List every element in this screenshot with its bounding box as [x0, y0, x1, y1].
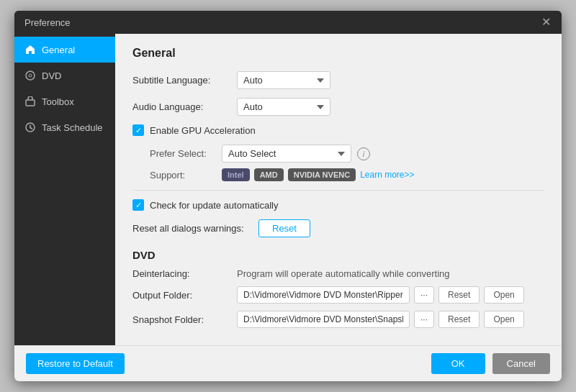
sidebar-label-task-schedule: Task Schedule — [42, 122, 103, 133]
output-folder-open-button[interactable]: Open — [484, 286, 523, 304]
gpu-checkbox-label: Enable GPU Acceleration — [150, 125, 256, 136]
home-icon — [24, 44, 36, 55]
amd-badge: AMD — [254, 168, 284, 181]
snapshot-folder-open-button[interactable]: Open — [484, 311, 523, 328]
sidebar-label-dvd: DVD — [42, 70, 61, 81]
support-badges: Intel AMD NVIDIA NVENC Learn more>> — [222, 168, 415, 181]
checkmark-icon-2: ✓ — [135, 201, 142, 209]
output-folder-reset-button[interactable]: Reset — [438, 286, 480, 304]
deinterlacing-value: Program will operate automatically while… — [237, 268, 450, 279]
info-icon[interactable]: i — [357, 147, 370, 160]
restore-default-button[interactable]: Restore to Default — [26, 353, 125, 374]
support-row: Support: Intel AMD NVIDIA NVENC Learn mo… — [150, 168, 544, 181]
gpu-checkbox-row: ✓ Enable GPU Acceleration — [132, 124, 544, 136]
main-panel: General Subtitle Language: Auto Audio La… — [115, 34, 562, 345]
gpu-checkbox[interactable]: ✓ — [132, 124, 144, 136]
svg-rect-2 — [26, 100, 35, 106]
sidebar: General DVD Toolbox — [14, 34, 115, 345]
snapshot-folder-input[interactable] — [237, 311, 410, 328]
sidebar-item-task-schedule[interactable]: Task Schedule — [14, 114, 115, 140]
general-section-title: General — [132, 47, 544, 60]
snapshot-folder-controls: ··· Reset Open — [237, 311, 524, 328]
sidebar-item-general[interactable]: General — [14, 37, 115, 63]
prefer-select-row: Prefer Select: Auto Select i — [150, 145, 544, 163]
output-folder-controls: ··· Reset Open — [237, 286, 524, 304]
audio-language-select[interactable]: Auto — [237, 98, 330, 116]
subtitle-language-label: Subtitle Language: — [132, 75, 237, 86]
content-area: General DVD Toolbox — [14, 34, 562, 345]
prefer-select-dropdown[interactable]: Auto Select — [222, 145, 351, 163]
footer-right-buttons: OK Cancel — [431, 353, 550, 374]
audio-language-label: Audio Language: — [132, 101, 237, 112]
sidebar-label-toolbox: Toolbox — [42, 96, 74, 107]
nvidia-label: NVIDIA NVENC — [294, 170, 350, 179]
toolbox-icon — [24, 96, 36, 107]
dialog-footer: Restore to Default OK Cancel — [14, 345, 562, 381]
learn-more-link[interactable]: Learn more>> — [360, 170, 414, 180]
svg-point-1 — [29, 74, 32, 77]
intel-label: Intel — [228, 170, 244, 179]
ok-button[interactable]: OK — [431, 353, 485, 374]
deinterlacing-row: Deinterlacing: Program will operate auto… — [132, 268, 544, 279]
check-update-row: ✓ Check for update automatically — [132, 199, 544, 211]
close-button[interactable]: ✕ — [540, 17, 552, 28]
reset-dialogs-row: Reset all dialogs warnings: Reset — [132, 219, 544, 237]
intel-badge: Intel — [222, 168, 250, 181]
output-folder-label: Output Folder: — [132, 290, 237, 301]
reset-dialogs-button[interactable]: Reset — [258, 219, 310, 237]
snapshot-folder-label: Snapshot Folder: — [132, 314, 237, 325]
output-folder-input[interactable] — [237, 286, 410, 304]
audio-language-row: Audio Language: Auto — [132, 98, 544, 116]
title-bar: Preference ✕ — [14, 11, 562, 34]
support-label: Support: — [150, 170, 222, 181]
svg-point-0 — [26, 71, 35, 80]
nvidia-badge: NVIDIA NVENC — [288, 168, 356, 181]
check-update-label: Check for update automatically — [150, 200, 278, 211]
prefer-select-wrap: Auto Select i — [222, 145, 370, 163]
sidebar-item-dvd[interactable]: DVD — [14, 63, 115, 88]
snapshot-folder-dots-button[interactable]: ··· — [414, 311, 434, 328]
snapshot-folder-reset-button[interactable]: Reset — [438, 311, 480, 328]
divider-1 — [132, 190, 544, 191]
reset-dialogs-label: Reset all dialogs warnings: — [132, 223, 258, 234]
prefer-select-label: Prefer Select: — [150, 148, 222, 159]
output-folder-row: Output Folder: ··· Reset Open — [132, 286, 544, 304]
checkmark-icon: ✓ — [135, 127, 142, 135]
dvd-section-title: DVD — [132, 249, 544, 261]
check-update-checkbox[interactable]: ✓ — [132, 199, 144, 211]
subtitle-language-row: Subtitle Language: Auto — [132, 71, 544, 89]
clock-icon — [24, 122, 36, 133]
amd-label: AMD — [260, 170, 278, 179]
deinterlacing-label: Deinterlacing: — [132, 268, 237, 279]
dialog-title: Preference — [24, 17, 71, 28]
sidebar-item-toolbox[interactable]: Toolbox — [14, 88, 115, 114]
preference-dialog: Preference ✕ General DV — [14, 11, 562, 381]
cancel-button[interactable]: Cancel — [492, 353, 550, 374]
dvd-icon — [24, 70, 36, 81]
snapshot-folder-row: Snapshot Folder: ··· Reset Open — [132, 311, 544, 328]
gpu-section: Prefer Select: Auto Select i Support: In… — [150, 145, 544, 181]
output-folder-dots-button[interactable]: ··· — [414, 286, 434, 304]
subtitle-language-select[interactable]: Auto — [237, 71, 330, 89]
sidebar-label-general: General — [42, 45, 75, 55]
